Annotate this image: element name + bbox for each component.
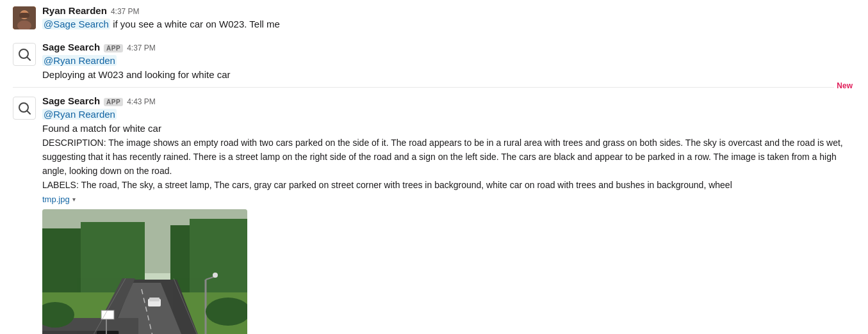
sender-name[interactable]: Ryan Rearden — [42, 5, 107, 16]
message-body: @Sage Search if you see a white car on W… — [42, 17, 855, 31]
labels-text: LABELS: The road, The sky, a street lamp… — [42, 180, 732, 190]
sage-search-avatar — [13, 97, 36, 120]
sage-search-mention[interactable]: @Sage Search — [42, 19, 110, 29]
app-badge: APP — [104, 98, 123, 106]
message-body: @Ryan Rearden Deploying at W023 and look… — [42, 54, 855, 82]
message-body: @Ryan Rearden Found a match for white ca… — [42, 107, 855, 192]
avatar — [13, 6, 36, 29]
svg-rect-24 — [97, 331, 119, 334]
message-content: Sage Search APP 4:37 PM @Ryan Rearden De… — [42, 42, 855, 82]
ryan-rearden-mention[interactable]: @Ryan Rearden — [42, 55, 117, 66]
message-item: Sage Search APP 4:37 PM @Ryan Rearden De… — [0, 36, 868, 87]
svg-rect-13 — [190, 219, 247, 292]
message-list: Ryan Rearden 4:37 PM @Sage Search if you… — [0, 0, 868, 334]
file-attachment: tmp.jpg ▾ — [42, 195, 855, 204]
svg-point-27 — [213, 273, 218, 278]
timestamp: 4:43 PM — [127, 97, 156, 106]
message-header: Ryan Rearden 4:37 PM — [42, 5, 855, 16]
message-item: Ryan Rearden 4:37 PM @Sage Search if you… — [0, 0, 868, 36]
svg-line-6 — [27, 57, 30, 60]
message-content: Sage Search APP 4:43 PM @Ryan Rearden Fo… — [42, 95, 855, 334]
sender-name[interactable]: Sage Search — [42, 42, 100, 52]
sage-search-avatar — [13, 43, 36, 66]
image-preview[interactable] — [42, 209, 247, 334]
found-match-text: Found a match for white car — [42, 123, 161, 134]
svg-rect-22 — [149, 298, 160, 301]
svg-rect-4 — [19, 13, 29, 18]
file-name[interactable]: tmp.jpg — [42, 195, 70, 204]
file-chevron-icon[interactable]: ▾ — [72, 196, 76, 203]
message-text: Deploying at W023 and looking for white … — [42, 69, 231, 80]
ryan-rearden-mention[interactable]: @Ryan Rearden — [42, 109, 117, 120]
message-item: Sage Search APP 4:43 PM @Ryan Rearden Fo… — [0, 88, 868, 334]
timestamp: 4:37 PM — [111, 7, 140, 16]
message-text: if you see a white car on W023. Tell me — [113, 19, 280, 29]
message-header: Sage Search APP 4:43 PM — [42, 95, 855, 106]
app-badge: APP — [104, 44, 123, 52]
svg-line-8 — [27, 111, 30, 114]
description-text: DESCRIPTION: The image shows an empty ro… — [42, 138, 843, 176]
sender-name[interactable]: Sage Search — [42, 95, 100, 106]
timestamp: 4:37 PM — [127, 44, 156, 52]
message-header: Sage Search APP 4:37 PM — [42, 42, 855, 52]
message-content: Ryan Rearden 4:37 PM @Sage Search if you… — [42, 5, 855, 31]
